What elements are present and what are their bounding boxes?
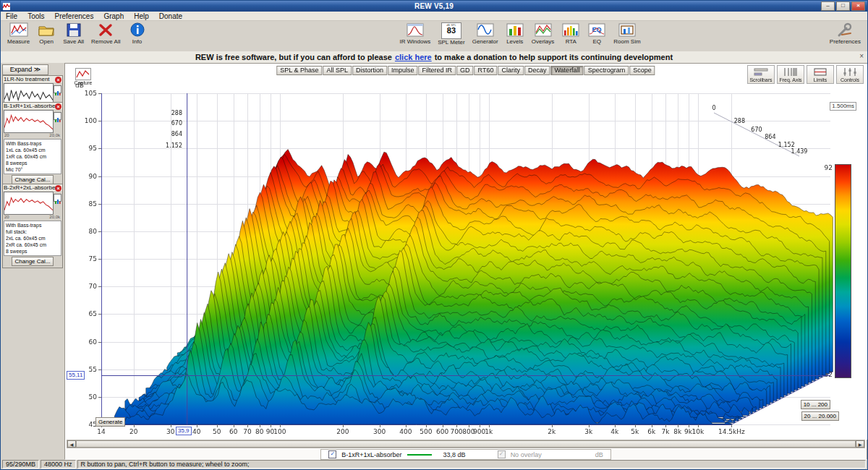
tab-decay[interactable]: Decay	[524, 66, 550, 75]
generator-icon	[476, 22, 495, 38]
overlays-button[interactable]: Overlays	[528, 22, 558, 46]
legend-box: ✓ B-1xR+1xL-absorber 33,8 dB ✓ No overla…	[320, 449, 610, 460]
generate-button[interactable]: Generate	[95, 417, 125, 427]
tab-distortion[interactable]: Distortion	[352, 66, 387, 75]
measurement-card-3[interactable]: B-2xR+2xL-absorber × 20 20,0k With Bass-…	[2, 184, 63, 268]
overlay-checkbox[interactable]: ✓	[498, 450, 506, 458]
donation-banner: REW is free software, but if you can aff…	[1, 51, 867, 63]
rta-icon	[561, 22, 580, 38]
tab-spl-phase[interactable]: SPL & Phase	[276, 66, 322, 75]
eq-icon: EQ	[587, 22, 606, 38]
banner-text-after: to make a donation to help support its c…	[435, 53, 673, 61]
menu-preferences[interactable]: Preferences	[49, 12, 98, 20]
preferences-button[interactable]: Preferences	[826, 22, 864, 45]
menu-donate[interactable]: Donate	[154, 12, 187, 20]
remove-measurement-icon[interactable]: ×	[55, 185, 61, 192]
scrollbar-thumb[interactable]	[76, 440, 856, 448]
measurement-thumbnail	[4, 110, 54, 133]
scroll-right-icon[interactable]: ▶	[856, 440, 864, 448]
remove-all-button[interactable]: Remove All	[88, 22, 124, 45]
measurement-graph-icon[interactable]	[54, 194, 61, 202]
eq-button[interactable]: EQ EQ	[584, 22, 610, 46]
save-all-button[interactable]: Save All	[59, 22, 88, 45]
tab-rt60[interactable]: RT60	[475, 66, 498, 75]
controls-icon	[843, 67, 857, 77]
waterfall-plot[interactable]	[65, 64, 868, 440]
capture-button[interactable]: Capture	[71, 68, 95, 85]
freq-axis-button[interactable]: Freq. Axis	[777, 65, 804, 84]
scrollbars-button[interactable]: Scrollbars	[747, 65, 775, 84]
info-icon	[128, 22, 147, 38]
horizontal-scrollbar[interactable]: ◀ ▶	[67, 440, 865, 448]
measurement-name: 1LR-No treatment	[3, 76, 62, 82]
spl-meter-button[interactable]: dB SPL 83 SPL Meter	[434, 22, 469, 46]
trace-visible-checkbox[interactable]: ✓	[328, 450, 336, 458]
thumbnail-trace	[4, 111, 53, 132]
title-bar: REW V5,19 – □ ×	[1, 1, 867, 12]
close-button[interactable]: ×	[851, 1, 865, 11]
rta-button[interactable]: RTA	[558, 22, 584, 46]
cursor-frequency-readout: 35,9	[176, 427, 192, 435]
graph-tab-bar: SPL & Phase All SPL Distortion Impulse F…	[276, 66, 655, 75]
range-preset-20-20000-button[interactable]: 20 ... 20.000	[801, 411, 839, 421]
tab-filtered-ir[interactable]: Filtered IR	[419, 66, 456, 75]
cursor-level-readout: 55,11	[67, 371, 85, 380]
levels-button[interactable]: Levels	[502, 22, 528, 46]
time-axis-end-readout[interactable]: 1.500ms	[830, 102, 856, 111]
toolbar-right-group: IR Windows dB SPL 83 SPL Meter Generator	[396, 22, 644, 46]
range-preset-10-200-button[interactable]: 10 ... 200	[801, 400, 830, 409]
tab-waterfall[interactable]: Waterfall	[550, 66, 583, 75]
spl-meter-icon: dB SPL 83	[441, 22, 461, 39]
legend-line-sample	[407, 454, 432, 456]
measurement-card-2[interactable]: B-1xR+1xL-absorber × 20 20,0k With Bass-…	[2, 102, 63, 187]
tab-gd[interactable]: GD	[456, 66, 474, 75]
tab-spectrogram[interactable]: Spectrogram	[584, 66, 629, 75]
scroll-left-icon[interactable]: ◀	[67, 440, 76, 448]
legend-unit: dB	[595, 451, 603, 458]
measure-icon	[9, 22, 28, 38]
remove-measurement-icon[interactable]: ×	[55, 103, 61, 110]
menu-graph[interactable]: Graph	[98, 12, 129, 20]
room-sim-icon	[618, 22, 637, 38]
remove-measurement-icon[interactable]: ×	[55, 77, 61, 83]
tab-scope[interactable]: Scope	[629, 66, 655, 75]
generator-button[interactable]: Generator	[469, 22, 502, 46]
tab-impulse[interactable]: Impulse	[388, 66, 418, 75]
banner-text-before: REW is free software, but if you can aff…	[195, 53, 392, 61]
measurement-sidebar: Expand ≫ 1LR-No treatment × B-1xR+1xL-ab…	[1, 63, 64, 459]
tab-all-spl[interactable]: All SPL	[323, 66, 352, 75]
info-button[interactable]: Info	[124, 22, 150, 45]
capture-icon	[75, 68, 91, 80]
measure-button[interactable]: Measure	[4, 22, 33, 45]
ir-windows-icon	[406, 22, 425, 38]
thumbnail-trace	[4, 192, 53, 214]
limits-icon	[813, 67, 827, 77]
measurement-name: B-2xR+2xL-absorber	[3, 184, 62, 191]
tab-clarity[interactable]: Clarity	[498, 66, 524, 75]
menu-help[interactable]: Help	[129, 12, 154, 20]
ir-windows-button[interactable]: IR Windows	[396, 22, 435, 46]
change-cal-button[interactable]: Change Cal...	[12, 257, 54, 266]
menu-tools[interactable]: Tools	[22, 12, 49, 20]
limits-button[interactable]: Limits	[807, 65, 834, 84]
menu-file[interactable]: File	[1, 12, 22, 20]
measurement-notes[interactable]: With Bass-traps full stack: 2xL ca. 60x4…	[4, 221, 61, 256]
thumbnail-axis: 20 20,0k	[3, 215, 62, 220]
expand-sidebar-button[interactable]: Expand ≫	[2, 64, 48, 75]
status-bar: 95/290MB 48000 Hz R button to pan, Ctrl+…	[1, 459, 867, 469]
minimize-button[interactable]: –	[821, 1, 835, 11]
overlay-label: No overlay	[511, 451, 542, 458]
room-sim-button[interactable]: Room Sim	[610, 22, 644, 46]
hint-status: R button to pan, Ctrl+R button to measur…	[77, 460, 866, 469]
toolbar-preferences-group: Preferences	[826, 22, 864, 45]
measurement-notes[interactable]: With Bass-traps 1xL ca. 60x45 cm 1xR ca.…	[4, 139, 61, 174]
measurement-graph-icon[interactable]	[54, 112, 61, 120]
maximize-button[interactable]: □	[836, 1, 850, 11]
measurement-graph-icon[interactable]	[54, 85, 61, 93]
open-button[interactable]: Open	[33, 22, 59, 45]
graph-tools: Scrollbars Freq. Axis Limits Controls	[747, 65, 864, 84]
controls-button[interactable]: Controls	[836, 65, 864, 84]
donation-link[interactable]: click here	[395, 53, 432, 61]
banner-close-icon[interactable]: ×	[859, 52, 864, 60]
graph-panel: Capture SPL & Phase All SPL Distortion I…	[64, 63, 867, 461]
